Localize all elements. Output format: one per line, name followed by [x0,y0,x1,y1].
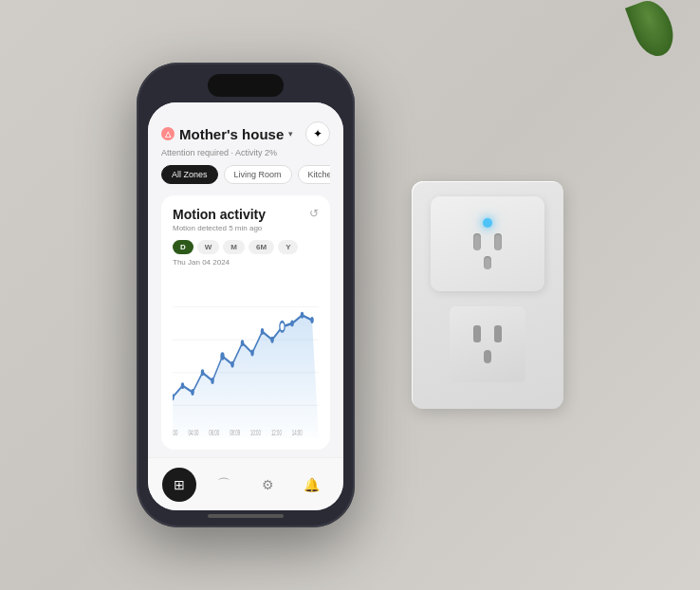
date-label: Thu Jan 04 2024 [173,258,319,267]
x-label-7: 14:00 [292,428,303,436]
zone-tab-all[interactable]: All Zones [161,165,218,184]
activity-nav-icon: ⌒ [217,476,230,493]
history-icon[interactable]: ↺ [309,207,319,220]
outlet-slot-left [473,325,481,342]
smart-plug-assembly [412,181,563,409]
plug-prong-ground [484,256,491,269]
data-point [261,328,265,335]
plug-prong-left [473,233,481,250]
x-label-1: 02:00 [173,428,178,436]
data-point [191,389,194,396]
data-point [230,361,234,368]
chart-svg: 02:00 04:00 06:00 08:09 10:00 12:00 14:0… [173,274,319,438]
x-label-5: 10:00 [250,428,261,436]
app-content: △ Mother's house ▾ ✦ Attention required … [148,114,343,457]
x-label-4: 08:09 [230,428,240,436]
data-point [301,312,304,319]
notifications-nav-icon: 🔔 [304,477,320,492]
home-nav-icon: ⊞ [174,477,185,492]
period-tab-m[interactable]: M [223,240,245,254]
plug-indicator-light [483,218,492,228]
data-point [250,350,254,357]
card-title: Motion activity [173,207,266,222]
settings-icon: ✦ [313,127,322,140]
outlet-slots-top [473,325,502,342]
home-indicator [208,514,284,518]
app-subtitle: Attention required · Activity 2% [161,148,330,157]
nav-home[interactable]: ⊞ [162,468,196,502]
period-tab-y[interactable]: Y [278,240,298,254]
plug-prongs-top [473,233,502,250]
period-tab-w[interactable]: W [197,240,220,254]
nav-notifications[interactable]: 🔔 [295,468,329,502]
smart-plug-module [431,196,544,291]
chart-area-fill [173,315,319,438]
bottom-nav: ⊞ ⌒ ⚙ 🔔 [148,457,343,510]
app-header: △ Mother's house ▾ ✦ [161,121,330,146]
x-label-2: 04:00 [188,428,198,436]
zone-tab-living[interactable]: Living Room [224,165,292,184]
data-point [290,320,294,326]
dynamic-island [208,74,284,97]
data-point [201,369,205,376]
status-bar [148,102,343,114]
card-header: Motion activity ↺ [173,207,319,222]
standard-outlet [450,306,525,382]
data-point [220,352,224,360]
period-tabs: D W M 6M Y [173,240,319,254]
zone-tabs-container: All Zones Living Room Kitchen Bath [161,165,330,184]
settings-nav-icon: ⚙ [262,477,274,492]
period-tab-6m[interactable]: 6M [249,240,274,254]
data-point [211,378,214,384]
settings-button[interactable]: ✦ [305,121,330,146]
wall-plate [412,181,563,409]
outlet-ground-slot [484,350,491,363]
period-tab-d[interactable]: D [173,240,193,254]
x-label-6: 12:00 [271,428,282,436]
outlet-slot-right [494,325,502,342]
motion-activity-card: Motion activity ↺ Motion detected 5 min … [161,195,330,450]
header-left: △ Mother's house ▾ [161,126,293,142]
data-point-highlight [280,322,285,331]
plug-prong-right [494,233,502,250]
x-label-3: 06:00 [209,428,219,436]
phone-device: △ Mother's house ▾ ✦ Attention required … [137,63,355,527]
zone-tab-kitchen[interactable]: Kitchen [298,165,330,184]
phone-screen: △ Mother's house ▾ ✦ Attention required … [148,102,343,510]
card-subtitle: Motion detected 5 min ago [173,224,319,232]
data-point [270,337,274,343]
data-point [310,317,314,323]
data-point [241,340,245,346]
nav-settings[interactable]: ⚙ [250,468,285,502]
home-title: Mother's house [179,126,284,142]
main-scene: △ Mother's house ▾ ✦ Attention required … [137,63,563,527]
motion-chart: 02:00 04:00 06:00 08:09 10:00 12:00 14:0… [173,274,319,438]
data-point [181,382,185,389]
alert-icon: △ [161,127,175,140]
nav-activity[interactable]: ⌒ [207,468,241,502]
dropdown-arrow-icon[interactable]: ▾ [288,129,293,138]
